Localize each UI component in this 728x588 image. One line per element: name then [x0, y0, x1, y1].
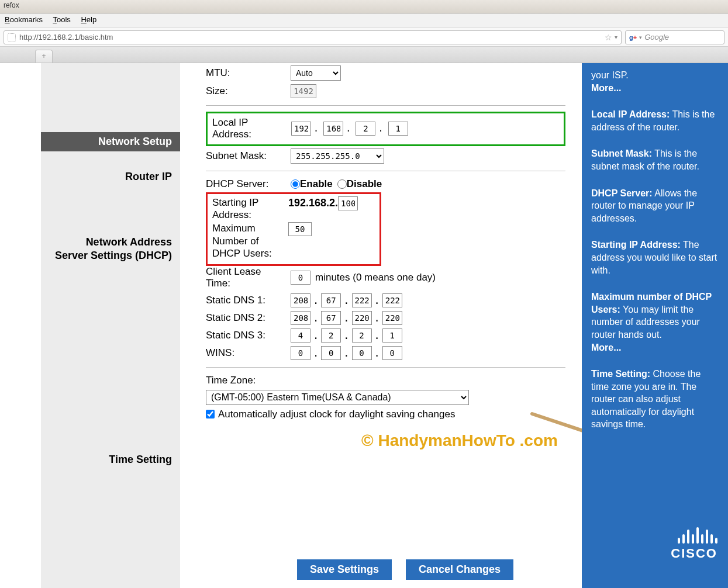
local-ip-label: Local IPAddress: — [212, 117, 291, 141]
sidebar: Network Setup Router IP Network AddressS… — [0, 63, 180, 588]
new-tab-button[interactable]: + — [35, 50, 53, 63]
help-isp: your ISP. More... — [591, 69, 719, 94]
dns1-o4[interactable] — [382, 293, 402, 307]
divider — [206, 105, 565, 106]
save-settings-button[interactable]: Save Settings — [297, 559, 392, 580]
dns3-o3[interactable] — [352, 328, 372, 343]
local-ip-octet-2[interactable] — [323, 122, 343, 136]
help-local-ip: Local IP Address: This is the address of… — [591, 108, 719, 133]
dst-checkbox-row[interactable]: Automatically adjust clock for daylight … — [206, 409, 565, 420]
local-ip-octet-1[interactable] — [291, 122, 311, 136]
bookmark-star-icon[interactable]: ☆ — [605, 33, 612, 42]
dhcp-disable-label: Disable — [347, 178, 382, 190]
page-icon — [8, 33, 16, 41]
subnet-label: Subnet Mask: — [206, 150, 291, 162]
page-body: Network Setup Router IP Network AddressS… — [0, 63, 728, 588]
max-users-label: MaximumNumber ofDHCP Users: — [212, 222, 288, 260]
menu-bookmarks[interactable]: BBookmarksookmarks — [5, 15, 43, 24]
search-engine-dropdown-icon[interactable]: ▾ — [639, 34, 642, 40]
divider — [206, 171, 565, 171]
dns2-o1[interactable] — [291, 311, 310, 325]
url-dropdown-icon[interactable]: ▾ — [615, 34, 617, 40]
sidebar-header-network-setup: Network Setup — [41, 132, 180, 151]
menu-tools[interactable]: Tools — [53, 15, 70, 24]
search-placeholder: Google — [644, 33, 720, 41]
dst-checkbox[interactable] — [206, 410, 215, 418]
wins-o1[interactable] — [291, 346, 310, 360]
local-ip-octet-4[interactable] — [388, 122, 408, 136]
mtu-label: MTU: — [206, 67, 291, 79]
row-lease: Client LeaseTime: minutes (0 means one d… — [206, 266, 565, 290]
dns1-label: Static DNS 1: — [206, 295, 291, 306]
local-ip-octet-3[interactable] — [356, 122, 375, 136]
row-dns1: Static DNS 1: . . . — [206, 293, 565, 307]
local-ip-highlight: Local IPAddress: . . . — [206, 112, 565, 146]
tab-strip: + — [0, 47, 728, 63]
starting-ip-label: Starting IPAddress: — [212, 196, 288, 222]
help-time: Time Setting: Choose the time zone you a… — [591, 368, 719, 431]
mtu-select[interactable]: Auto — [291, 65, 341, 81]
row-subnet: Subnet Mask: 255.255.255.0 — [206, 148, 565, 164]
help-dhcp: DHCP Server: Allows the router to manage… — [591, 187, 719, 225]
dns1-o3[interactable] — [352, 293, 372, 307]
dns3-o4[interactable] — [382, 328, 402, 343]
cisco-logo: CISCO — [671, 526, 717, 562]
dns2-o2[interactable] — [321, 311, 341, 325]
url-text: http://192.168.2.1/basic.htm — [19, 33, 602, 41]
dns2-label: Static DNS 2: — [206, 312, 291, 324]
row-dhcp-server: DHCP Server: Enable Disable — [206, 178, 565, 190]
dhcp-enable-radio[interactable] — [291, 179, 300, 189]
help-max-users: Maximum number of DHCP Users: You may li… — [591, 290, 719, 354]
lease-input[interactable] — [291, 271, 310, 285]
dhcp-highlight: Starting IPAddress: 192.168.2. MaximumNu… — [206, 192, 381, 266]
row-dns3: Static DNS 3: . . . — [206, 328, 565, 343]
starting-ip-prefix: 192.168.2. — [288, 197, 338, 209]
cisco-bars-icon — [671, 526, 717, 544]
dns3-o2[interactable] — [321, 328, 341, 343]
help-subnet: Subnet Mask: This is the subnet mask of … — [591, 147, 719, 172]
dns3-o1[interactable] — [291, 328, 310, 343]
sidebar-label-dhcp: Network AddressServer Settings (DHCP) — [41, 236, 180, 263]
subnet-select[interactable]: 255.255.255.0 — [291, 148, 384, 164]
dns1-o2[interactable] — [321, 293, 341, 307]
max-users-input[interactable] — [288, 222, 312, 236]
timezone-select[interactable]: (GMT-05:00) Eastern Time(USA & Canada) — [206, 390, 469, 405]
wins-o4[interactable] — [382, 346, 402, 360]
dst-label: Automatically adjust clock for daylight … — [218, 409, 455, 420]
dhcp-server-label: DHCP Server: — [206, 178, 291, 190]
url-bar-row: http://192.168.2.1/basic.htm ☆ ▾ g+ ▾ Go… — [0, 28, 728, 47]
url-input[interactable]: http://192.168.2.1/basic.htm ☆ ▾ — [4, 30, 622, 44]
button-bar: Save Settings Cancel Changes — [297, 559, 513, 580]
dns3-label: Static DNS 3: — [206, 330, 291, 341]
help-more-link[interactable]: More... — [591, 83, 622, 93]
starting-ip-last-octet[interactable] — [338, 196, 358, 210]
menu-help[interactable]: Help — [81, 15, 96, 24]
search-input[interactable]: g+ ▾ Google — [625, 30, 724, 44]
google-icon: g+ — [629, 34, 637, 41]
window-title: refox — [0, 0, 728, 14]
sidebar-label-router-ip: Router IP — [41, 171, 180, 183]
row-dns2: Static DNS 2: . . . — [206, 311, 565, 325]
size-input — [291, 84, 316, 98]
help-start-ip: Starting IP Address: The address you wou… — [591, 238, 719, 276]
timezone-label: Time Zone: — [206, 375, 291, 386]
browser-menubar: BBookmarksookmarks Tools Help — [0, 14, 728, 28]
dns2-o4[interactable] — [382, 311, 402, 325]
dhcp-disable-radio[interactable] — [337, 179, 347, 189]
dns2-o3[interactable] — [352, 311, 372, 325]
lease-label: Client LeaseTime: — [206, 266, 291, 290]
row-size: Size: — [206, 84, 565, 98]
help-panel: your ISP. More... Local IP Address: This… — [582, 63, 728, 588]
cancel-changes-button[interactable]: Cancel Changes — [406, 559, 513, 580]
wins-o2[interactable] — [321, 346, 341, 360]
dhcp-enable-label: Enable — [300, 178, 333, 190]
row-timezone: Time Zone: — [206, 375, 565, 386]
row-wins: WINS: . . . — [206, 346, 565, 360]
wins-o3[interactable] — [352, 346, 372, 360]
main-form: MTU: Auto Size: Local IPAddress: . . . S… — [180, 63, 582, 588]
divider — [206, 367, 565, 368]
help-more-link[interactable]: More... — [591, 343, 622, 352]
dns1-o1[interactable] — [291, 293, 310, 307]
wins-label: WINS: — [206, 347, 291, 359]
row-mtu: MTU: Auto — [206, 65, 565, 81]
